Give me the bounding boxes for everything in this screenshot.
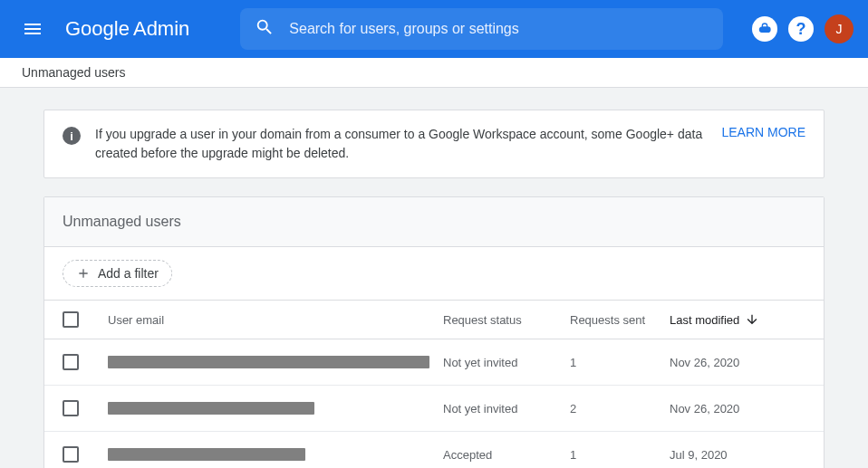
row-checkbox[interactable] [63, 446, 79, 463]
search-icon [255, 17, 275, 41]
row-check-cell [63, 400, 108, 416]
avatar-initial: J [836, 22, 843, 36]
app-logo[interactable]: Google Admin [65, 17, 189, 41]
sort-desc-icon [745, 312, 759, 327]
info-text: If you upgrade a user in your domain fro… [95, 125, 707, 163]
redacted-email [108, 356, 429, 368]
info-icon: i [63, 127, 81, 145]
avatar[interactable]: J [825, 14, 854, 43]
col-email-header[interactable]: User email [108, 313, 443, 327]
row-modified: Nov 26, 2020 [670, 402, 805, 415]
users-panel: Unmanaged users Add a filter User email … [43, 196, 825, 468]
row-email-cell [108, 402, 443, 415]
row-status: Not yet invited [443, 356, 570, 369]
row-sent: 2 [570, 402, 670, 415]
page-title: Unmanaged users [22, 65, 846, 80]
help-icon[interactable]: ? [788, 16, 814, 42]
row-email-cell [108, 448, 443, 461]
header-actions: ? J [752, 14, 854, 43]
select-all-checkbox[interactable] [63, 311, 79, 328]
table-header: User email Request status Requests sent … [44, 300, 824, 339]
redacted-email [108, 402, 314, 415]
search-input[interactable] [289, 21, 709, 37]
row-check-cell [63, 446, 108, 463]
col-sent-header[interactable]: Requests sent [570, 313, 670, 327]
menu-icon[interactable] [14, 11, 51, 47]
search-bar[interactable] [240, 8, 723, 50]
panel-title: Unmanaged users [44, 197, 824, 247]
redacted-email [108, 448, 305, 461]
row-sent: 1 [570, 448, 670, 462]
row-status: Accepted [443, 448, 570, 462]
add-filter-chip[interactable]: Add a filter [63, 260, 172, 287]
logo-admin: Admin [133, 17, 189, 41]
row-checkbox[interactable] [63, 400, 79, 416]
table-row[interactable]: Accepted 1 Jul 9, 2020 [44, 432, 824, 468]
row-email-cell [108, 356, 443, 368]
col-modified-header[interactable]: Last modified [670, 312, 805, 327]
add-filter-label: Add a filter [98, 266, 159, 281]
col-modified-label: Last modified [670, 313, 739, 327]
logo-google: Google [65, 17, 130, 41]
table-row[interactable]: Not yet invited 2 Nov 26, 2020 [44, 386, 824, 432]
learn-more-link[interactable]: LEARN MORE [721, 125, 805, 139]
col-status-header[interactable]: Request status [443, 313, 570, 327]
filter-row: Add a filter [44, 247, 824, 300]
row-checkbox[interactable] [63, 354, 79, 370]
table-row[interactable]: Not yet invited 1 Nov 26, 2020 [44, 339, 824, 386]
row-status: Not yet invited [443, 402, 570, 415]
app-header: Google Admin ? J [0, 0, 868, 58]
row-modified: Jul 9, 2020 [670, 448, 805, 462]
row-modified: Nov 26, 2020 [670, 356, 805, 369]
updates-icon[interactable] [752, 16, 777, 42]
main-content: i If you upgrade a user in your domain f… [0, 88, 868, 468]
plus-icon [76, 266, 91, 281]
row-check-cell [63, 354, 108, 370]
breadcrumb: Unmanaged users [0, 58, 868, 88]
row-sent: 1 [570, 356, 670, 369]
select-all-cell [63, 311, 108, 328]
info-banner: i If you upgrade a user in your domain f… [43, 110, 825, 178]
